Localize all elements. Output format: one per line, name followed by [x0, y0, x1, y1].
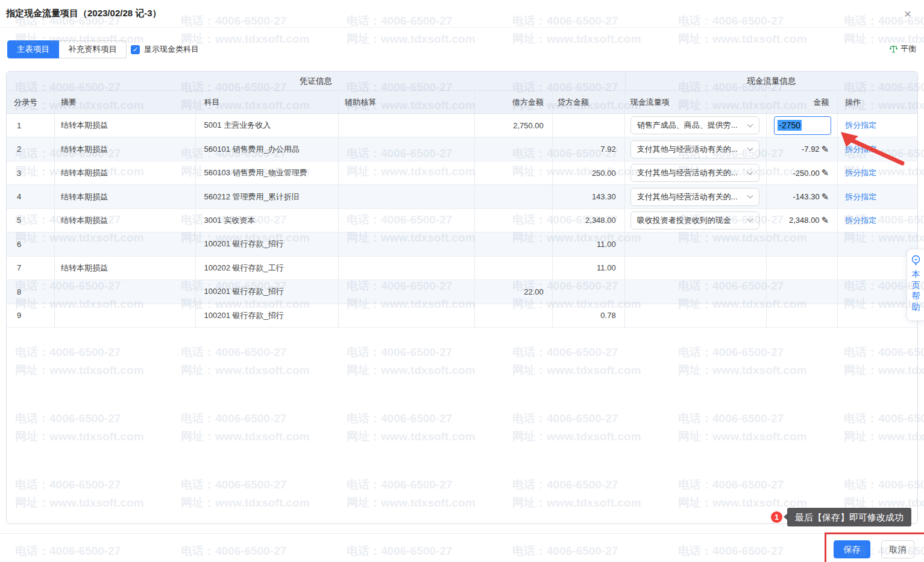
dialog-title: 指定现金流量项目（2023/02/28 记-3）: [6, 8, 162, 19]
aux-accounting-cell: [339, 233, 475, 255]
col-action: 操作: [838, 91, 917, 113]
credit-amount-cell: [553, 280, 625, 303]
balance-button[interactable]: 平衡: [889, 43, 916, 54]
split-assign-link[interactable]: 拆分指定: [845, 167, 876, 178]
account-cell: 100201 银行存款_招行: [196, 280, 339, 303]
amount-value: -143.30: [793, 192, 820, 201]
credit-amount-cell: 143.30: [553, 185, 625, 208]
amount-cell: -2750: [767, 114, 838, 137]
tab-main-items[interactable]: 主表项目: [7, 40, 59, 58]
amount-value: 2,348.00: [789, 216, 820, 225]
aux-accounting-cell: [339, 257, 475, 279]
aux-accounting-cell: [339, 304, 475, 327]
amount-cell: [767, 257, 838, 279]
step-badge: 1: [771, 511, 782, 523]
account-cell: 100201 银行存款_招行: [196, 304, 339, 327]
col-aux-accounting: 辅助核算: [339, 91, 475, 113]
edit-amount-icon[interactable]: ✎: [822, 215, 829, 226]
amount-cell: [767, 280, 838, 303]
cash-flow-item-cell: 吸收投资者投资收到的现金: [625, 209, 767, 232]
footer-divider: [0, 533, 924, 534]
watermark-text: 电话：4006-6500-27网址：www.tdxsoft.com: [181, 542, 310, 562]
voucher-info-group-header: 凭证信息: [7, 72, 626, 90]
split-assign-link[interactable]: 拆分指定: [845, 215, 876, 226]
checkbox-check-icon: ✓: [131, 45, 140, 54]
col-credit-amount: 贷方金额: [553, 91, 625, 113]
summary-cell: 结转本期损益: [55, 185, 196, 208]
watermark-text: 电话：4006-6500-27网址：www.tdxsoft.com: [512, 542, 641, 562]
edit-amount-icon[interactable]: ✎: [822, 167, 829, 178]
account-cell: 3001 实收资本: [196, 209, 339, 232]
edit-amount-icon[interactable]: ✎: [822, 192, 829, 202]
close-icon[interactable]: ×: [900, 6, 916, 22]
split-assign-link[interactable]: 拆分指定: [845, 144, 876, 155]
table-row: 7结转本期损益100202 银行存款_工行11.00: [7, 257, 917, 280]
column-header-row: 分录号摘要科目辅助核算借方金额贷方金额现金流量项金额操作: [7, 91, 917, 114]
table-body: 1结转本期损益5001 主营业务收入2,750.00销售产成品、商品、提供劳..…: [7, 114, 917, 328]
cash-flow-item-select[interactable]: 销售产成品、商品、提供劳...: [630, 116, 759, 134]
assign-cash-flow-dialog: 指定现金流量项目（2023/02/28 记-3） × 主表项目 补充资料项目 ✓…: [0, 0, 924, 562]
cash-flow-item-select[interactable]: 吸收投资者投资收到的现金: [630, 211, 759, 229]
debit-amount-cell: [475, 257, 553, 279]
edit-amount-icon[interactable]: ✎: [822, 144, 829, 155]
voucher-table: 凭证信息 现金流量信息 分录号摘要科目辅助核算借方金额贷方金额现金流量项金额操作…: [6, 71, 918, 524]
cash-flow-item-cell: [625, 233, 767, 255]
action-cell: [838, 304, 917, 327]
cash-flow-item-value: 吸收投资者投资收到的现金: [637, 215, 731, 226]
chevron-down-icon: [747, 121, 753, 127]
col-account: 科目: [196, 91, 339, 113]
amount-value: -7.92: [802, 145, 820, 154]
account-cell: 5001 主营业务收入: [196, 114, 339, 137]
debit-amount-cell: 22.00: [475, 280, 553, 303]
show-cash-accounts-checkbox[interactable]: ✓ 显示现金类科目: [131, 44, 199, 55]
entry-no-cell: 9: [7, 304, 55, 327]
debit-amount-cell: [475, 304, 553, 327]
table-row: 6100201 银行存款_招行11.00: [7, 233, 917, 256]
table-row: 1结转本期损益5001 主营业务收入2,750.00销售产成品、商品、提供劳..…: [7, 114, 917, 137]
cash-flow-item-value: 支付其他与经营活动有关的...: [637, 192, 738, 202]
chevron-down-icon: [747, 145, 753, 151]
amount-input[interactable]: -2750: [774, 116, 831, 135]
chevron-down-icon: [747, 169, 753, 175]
entry-no-cell: 4: [7, 185, 55, 208]
save-button[interactable]: 保存: [834, 540, 870, 558]
aux-accounting-cell: [339, 114, 475, 137]
entry-no-cell: 5: [7, 209, 55, 232]
debit-amount-cell: [475, 233, 553, 255]
action-cell: 拆分指定: [838, 185, 917, 208]
cash-flow-item-select[interactable]: 支付其他与经营活动有关的...: [630, 188, 759, 206]
cash-flow-item-cell: 支付其他与经营活动有关的...: [625, 161, 767, 184]
debit-amount-cell: [475, 185, 553, 208]
amount-cell: -143.30✎: [767, 185, 838, 208]
cash-flow-info-group-header: 现金流量信息: [626, 72, 917, 90]
cash-flow-item-value: 销售产成品、商品、提供劳...: [637, 120, 738, 131]
split-assign-link[interactable]: 拆分指定: [845, 192, 876, 202]
scales-icon: [889, 45, 898, 54]
debit-amount-cell: [475, 209, 553, 232]
watermark-text: 电话：4006-6500-27网址：www.tdxsoft.com: [15, 542, 144, 562]
cash-flow-item-cell: [625, 304, 767, 327]
split-assign-link[interactable]: 拆分指定: [845, 120, 876, 131]
action-cell: [838, 257, 917, 279]
amount-cell: [767, 233, 838, 255]
credit-amount-cell: 0.78: [553, 304, 625, 327]
aux-accounting-cell: [339, 209, 475, 232]
summary-cell: 结转本期损益: [55, 161, 196, 184]
aux-accounting-cell: [339, 161, 475, 184]
action-cell: [838, 280, 917, 303]
table-row: 3结转本期损益560103 销售费用_物业管理费250.00支付其他与经营活动有…: [7, 161, 917, 185]
help-page-button[interactable]: 本页帮助: [907, 249, 924, 321]
group-header-row: 凭证信息 现金流量信息: [7, 72, 917, 91]
checkbox-label: 显示现金类科目: [144, 44, 199, 55]
entry-no-cell: 1: [7, 114, 55, 137]
entry-no-cell: 2: [7, 137, 55, 160]
tab-supplementary-items[interactable]: 补充资料项目: [59, 40, 127, 58]
col-amount: 金额: [767, 91, 838, 113]
cash-flow-item-cell: 支付其他与经营活动有关的...: [625, 185, 767, 208]
lightbulb-icon: [910, 255, 922, 266]
cash-flow-item-value: 支付其他与经营活动有关的...: [637, 144, 738, 155]
cash-flow-item-select[interactable]: 支付其他与经营活动有关的...: [630, 140, 759, 158]
cash-flow-item-select[interactable]: 支付其他与经营活动有关的...: [630, 164, 759, 182]
cancel-button[interactable]: 取消: [881, 540, 914, 558]
cash-flow-item-value: 支付其他与经营活动有关的...: [637, 167, 738, 178]
